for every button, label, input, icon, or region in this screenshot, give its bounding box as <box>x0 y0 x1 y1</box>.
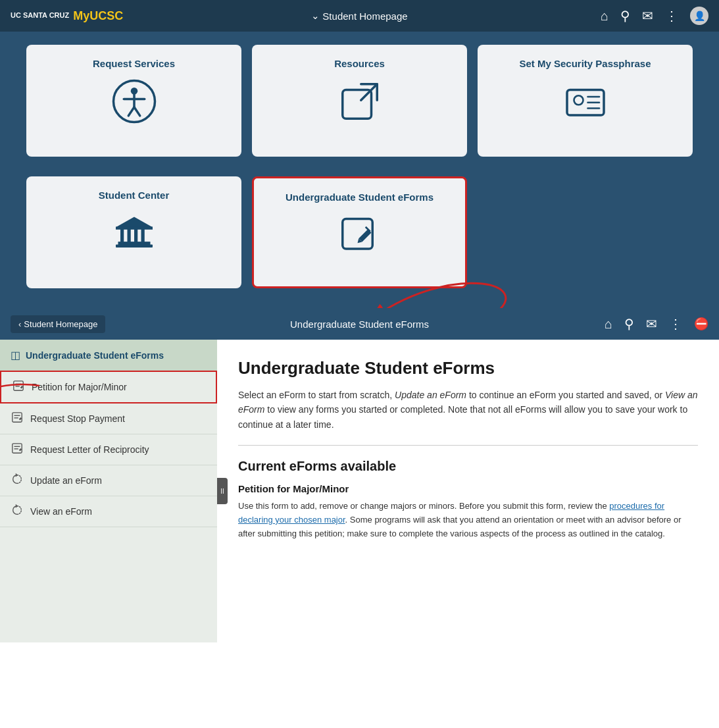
form-title: Petition for Major/Minor <box>238 483 698 494</box>
tiles-bottom-row: Student Center <box>0 176 719 308</box>
search-icon-2[interactable]: ⚲ <box>624 316 634 332</box>
letter-reciprocity-icon <box>11 442 24 457</box>
tile-eforms-title: Undergraduate Student eForms <box>285 192 434 203</box>
id-card-icon <box>562 78 608 131</box>
sidebar-item-letter-reciprocity-label: Request Letter of Reciprocity <box>30 444 149 455</box>
top-nav-title-text: Student Homepage <box>322 11 407 22</box>
sidebar-item-stop-payment[interactable]: Request Stop Payment <box>0 403 217 434</box>
sidebar-header-text: Undergraduate Student eForms <box>26 350 164 361</box>
section-title: Current eForms available <box>238 459 698 474</box>
content-area: Undergraduate Student eForms Select an e… <box>217 340 719 642</box>
stop-payment-icon <box>11 411 24 426</box>
second-nav-page-title: Undergraduate Student eForms <box>290 319 429 330</box>
tile-eforms[interactable]: Undergraduate Student eForms <box>252 176 467 288</box>
second-nav-icons: ⌂ ⚲ ✉ ⋮ ⛔ <box>605 316 708 332</box>
svg-rect-31 <box>12 444 22 453</box>
back-button[interactable]: ‹ Student Homepage <box>11 315 105 333</box>
svg-rect-28 <box>12 413 22 422</box>
tile-request-services-title: Request Services <box>93 58 175 69</box>
main-area: ◫ Undergraduate Student eForms Petition … <box>0 340 719 642</box>
edit-icon <box>337 212 383 265</box>
tile-resources-title: Resources <box>334 58 385 69</box>
chevron-left-icon: ‹ <box>18 319 21 329</box>
svg-rect-14 <box>116 245 153 247</box>
sidebar-item-letter-reciprocity[interactable]: Request Letter of Reciprocity <box>0 434 217 465</box>
sidebar-item-petition-major-minor[interactable]: Petition for Major/Minor <box>0 371 217 403</box>
content-divider <box>238 445 698 446</box>
svg-line-7 <box>360 84 377 101</box>
more-icon[interactable]: ⋮ <box>665 8 678 24</box>
form-description: Use this form to add, remove or change m… <box>238 500 698 540</box>
tile-student-center-title: Student Center <box>99 190 170 201</box>
tile-security-title: Set My Security Passphrase <box>519 58 651 69</box>
tile-security[interactable]: Set My Security Passphrase <box>478 45 693 157</box>
chevron-down-icon: ⌄ <box>311 10 320 22</box>
content-description: Select an eForm to start from scratch, U… <box>238 388 698 432</box>
sidebar-header-icon: ◫ <box>11 349 20 361</box>
svg-line-5 <box>134 107 140 116</box>
avatar-icon[interactable]: 👤 <box>690 7 708 25</box>
content-title: Undergraduate Student eForms <box>238 358 698 378</box>
top-nav-bar: UC SANTA CRUZ MyUCSC ⌄ Student Homepage … <box>0 0 719 32</box>
tile-empty-placeholder <box>478 176 693 288</box>
myucsc-logo-text: MyUCSC <box>73 9 123 23</box>
external-link-icon <box>337 78 383 131</box>
sidebar: ◫ Undergraduate Student eForms Petition … <box>0 340 217 642</box>
view-eform-icon <box>11 504 24 519</box>
sidebar-item-update-eform-label: Update an eForm <box>30 475 102 486</box>
update-eform-icon <box>11 473 24 488</box>
sidebar-item-view-eform-label: View an eForm <box>30 506 92 517</box>
svg-line-4 <box>128 107 134 116</box>
second-nav-bar: ‹ Student Homepage Undergraduate Student… <box>0 308 719 340</box>
tile-request-services[interactable]: Request Services <box>26 45 241 157</box>
sidebar-item-update-eform[interactable]: Update an eForm <box>0 465 217 496</box>
sidebar-item-petition-label: Petition for Major/Minor <box>32 382 127 392</box>
building-icon <box>111 210 157 263</box>
back-button-label: Student Homepage <box>24 319 97 329</box>
bell-icon-2[interactable]: ✉ <box>646 316 657 332</box>
cancel-icon[interactable]: ⛔ <box>694 317 708 331</box>
search-icon[interactable]: ⚲ <box>620 8 630 24</box>
sidebar-header: ◫ Undergraduate Student eForms <box>0 340 217 371</box>
more-icon-2[interactable]: ⋮ <box>669 316 682 332</box>
svg-rect-25 <box>14 381 23 390</box>
tiles-top-row: Request Services Resources <box>0 32 719 176</box>
form-link[interactable]: procedures for declaring your chosen maj… <box>238 501 664 525</box>
top-nav-page-title[interactable]: ⌄ Student Homepage <box>311 10 407 22</box>
svg-point-9 <box>574 95 583 105</box>
logo[interactable]: UC SANTA CRUZ MyUCSC <box>11 9 123 23</box>
tile-student-center[interactable]: Student Center <box>26 176 241 288</box>
svg-rect-21 <box>116 226 153 229</box>
sidebar-item-view-eform[interactable]: View an eForm <box>0 496 217 527</box>
home-icon-2[interactable]: ⌂ <box>605 317 612 332</box>
sidebar-collapse-handle[interactable]: II <box>217 478 228 504</box>
sidebar-item-stop-payment-label: Request Stop Payment <box>30 413 125 424</box>
accessibility-icon <box>111 78 157 131</box>
svg-marker-20 <box>116 217 153 228</box>
uc-logo-text: UC SANTA CRUZ <box>11 11 69 20</box>
tiles-wrapper: Request Services Resources <box>0 32 719 308</box>
home-icon[interactable]: ⌂ <box>601 9 608 24</box>
petition-icon <box>12 380 25 394</box>
tile-resources[interactable]: Resources <box>252 45 467 157</box>
collapse-icon: II <box>220 488 224 495</box>
bell-icon[interactable]: ✉ <box>642 8 653 24</box>
top-nav-icons: ⌂ ⚲ ✉ ⋮ 👤 <box>601 7 708 25</box>
